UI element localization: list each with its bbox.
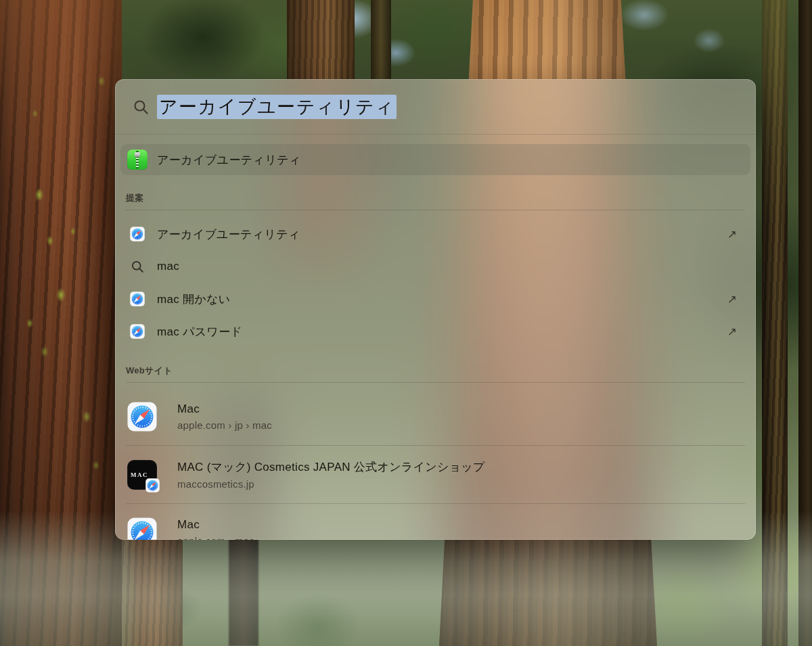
top-hit-row-archive-utility[interactable]: アーカイブユーティリティ xyxy=(120,144,750,175)
suggestion-label: アーカイブユーティリティ xyxy=(157,227,300,242)
suggestion-label: mac パスワード xyxy=(157,324,242,340)
search-icon xyxy=(133,99,149,115)
selected-query-text: アーカイブユーティリティ xyxy=(157,95,397,119)
archive-utility-icon xyxy=(127,149,148,170)
safari-icon xyxy=(130,292,145,306)
search-icon xyxy=(130,260,145,273)
open-in-browser-arrow-icon[interactable]: ↗ xyxy=(727,325,737,339)
spotlight-search-field[interactable]: アーカイブユーティリティ xyxy=(115,79,756,135)
suggestion-list: アーカイブユーティリティ ↗ mac mac 開かない ↗ mac パスワード … xyxy=(115,210,756,348)
open-in-browser-arrow-icon[interactable]: ↗ xyxy=(727,227,737,241)
website-list: Mac apple.com › jp › mac MAC MAC (マック) C… xyxy=(115,383,756,540)
safari-app-icon xyxy=(127,402,157,432)
top-hit-label: アーカイブユーティリティ xyxy=(157,152,301,168)
open-in-browser-arrow-icon[interactable]: ↗ xyxy=(727,292,737,306)
website-row-mac-cosmetics[interactable]: MAC MAC (マック) Cosmetics JAPAN 公式オンラインショッ… xyxy=(115,446,756,503)
safari-badge-icon xyxy=(145,478,160,492)
suggestion-row-mac[interactable]: mac xyxy=(115,250,756,283)
spotlight-panel: アーカイブユーティリティ アーカイブユーティリティ 提案 アーカイブユーティリテ… xyxy=(115,79,756,540)
mac-cosmetics-logo-text: MAC xyxy=(131,471,148,478)
safari-icon xyxy=(130,227,145,241)
website-url: apple.com › jp › mac xyxy=(177,419,272,431)
website-row-apple-mac-jp[interactable]: Mac apple.com › jp › mac xyxy=(115,388,756,445)
website-url: maccosmetics.jp xyxy=(177,478,485,490)
mac-cosmetics-app-icon: MAC xyxy=(127,460,157,490)
suggestion-row-archive-utility[interactable]: アーカイブユーティリティ ↗ xyxy=(115,218,756,250)
suggestion-row-mac-hirakanai[interactable]: mac 開かない ↗ xyxy=(115,283,756,315)
suggestion-label: mac xyxy=(157,260,179,273)
suggestion-label: mac 開かない xyxy=(157,292,230,307)
section-header-suggestions: 提案 xyxy=(126,192,745,204)
website-title: MAC (マック) Cosmetics JAPAN 公式オンラインショップ xyxy=(177,459,485,475)
website-url: apple.com › mac xyxy=(177,535,254,540)
section-header-websites: Webサイト xyxy=(126,365,745,377)
suggestion-row-mac-password[interactable]: mac パスワード ↗ xyxy=(115,315,756,348)
website-title: Mac xyxy=(177,402,272,416)
website-title: Mac xyxy=(177,518,254,532)
safari-icon xyxy=(130,324,145,339)
safari-app-icon xyxy=(127,517,157,540)
search-input[interactable]: アーカイブユーティリティ xyxy=(157,95,397,118)
website-row-apple-mac[interactable]: Mac apple.com › mac xyxy=(115,504,756,540)
